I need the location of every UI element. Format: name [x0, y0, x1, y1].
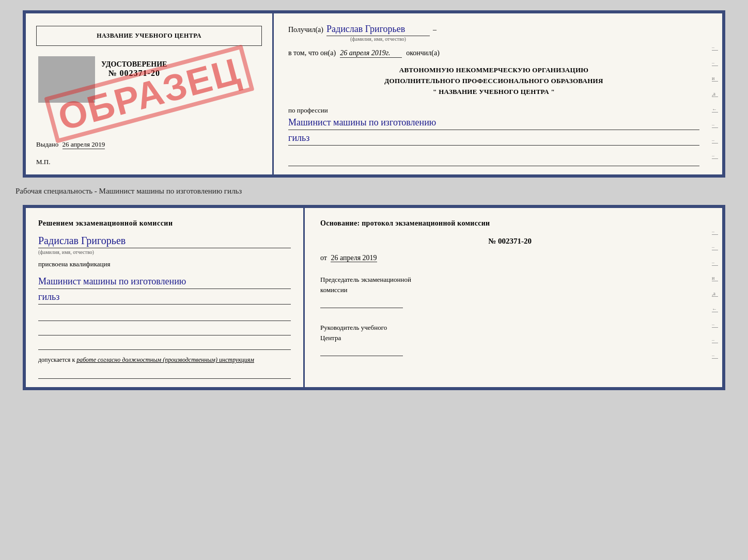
- cert-number: № 002371-20: [108, 69, 160, 78]
- bottom-blank-2: [38, 326, 291, 335]
- blank-line-1: [288, 157, 699, 166]
- bottom-blank-4: [38, 370, 291, 379]
- dash: –: [433, 26, 437, 34]
- protocol-number: № 002371-20: [320, 237, 699, 246]
- margin-mark-2: –: [712, 60, 718, 66]
- org-line1: АВТОНОМНУЮ НЕКОММЕРЧЕСКУЮ ОРГАНИЗАЦИЮ: [288, 65, 699, 76]
- issued-label: Выдано: [36, 140, 58, 148]
- admission-text-block: допускается к работе согласно должностны…: [38, 355, 291, 364]
- mp-line: М.П.: [36, 158, 262, 166]
- bm-9: –: [712, 353, 718, 359]
- director-label: Руководитель учебного Центра: [320, 323, 699, 356]
- qual-line1: Машинист машины по изготовлению: [38, 275, 291, 289]
- margin-mark-1: –: [712, 44, 718, 51]
- school-name-text: НАЗВАНИЕ УЧЕБНОГО ЦЕНТРА: [97, 32, 201, 39]
- bottom-right-margin: – – – и ,а ← – – –: [712, 208, 722, 387]
- qual-line2: гильз: [38, 290, 291, 305]
- date-prefix-bottom: от: [320, 254, 327, 262]
- margin-mark-5: ←: [712, 106, 718, 113]
- top-doc-left: НАЗВАНИЕ УЧЕБНОГО ЦЕНТРА УДОСТОВЕРЕНИЕ №…: [26, 13, 274, 174]
- top-doc-right-wrapper: Получил(а) Радислав Григорьев (фамилия, …: [274, 13, 722, 174]
- date-prefix: в том, что он(а): [288, 49, 336, 57]
- basis-title: Основание: протокол экзаменационной коми…: [320, 219, 699, 228]
- received-line: Получил(а) Радислав Григорьев (фамилия, …: [288, 24, 699, 42]
- date-value: 26 апреля 2019г.: [340, 49, 402, 58]
- specialty-label: Рабочая специальность - Машинист машины …: [10, 187, 242, 196]
- received-prefix: Получил(а): [288, 26, 323, 34]
- photo-placeholder: [38, 56, 95, 103]
- org-line3: " НАЗВАНИЕ УЧЕБНОГО ЦЕНТРА ": [288, 87, 699, 98]
- org-block: АВТОНОМНУЮ НЕКОММЕРЧЕСКУЮ ОРГАНИЗАЦИЮ ДО…: [288, 65, 699, 97]
- top-doc-right: Получил(а) Радислав Григорьев (фамилия, …: [274, 13, 712, 174]
- chairman-signature: [320, 297, 403, 308]
- bm-7: –: [712, 322, 718, 328]
- fio-caption-bottom: (фамилия, имя, отчество): [38, 249, 291, 255]
- cert-title: УДОСТОВЕРЕНИЕ: [101, 60, 167, 69]
- date-value-bottom: 26 апреля 2019: [331, 254, 377, 262]
- received-name: Радислав Григорьев: [326, 24, 430, 36]
- bm-1: –: [712, 229, 718, 235]
- issued-line: Выдано 26 апреля 2019: [36, 140, 262, 149]
- assigned-qual-label: присвоена квалификация: [38, 260, 291, 268]
- bm-5: ,а: [712, 291, 718, 297]
- issued-date: 26 апреля 2019: [63, 140, 105, 149]
- org-line2: ДОПОЛНИТЕЛЬНОГО ПРОФЕССИОНАЛЬНОГО ОБРАЗО…: [288, 76, 699, 87]
- profession-handwritten2: гильз: [288, 131, 699, 146]
- profession-block: по профессии Машинист машины по изготовл…: [288, 104, 699, 146]
- margin-mark-8: –: [712, 153, 718, 159]
- bm-2: –: [712, 244, 718, 250]
- bm-6: ←: [712, 306, 718, 312]
- bottom-blank-3: [38, 341, 291, 350]
- fio-caption-top: (фамилия, имя, отчество): [350, 36, 406, 42]
- right-margin-lines: – – и ,а ← – – –: [712, 13, 722, 174]
- chairman-line1: Председатель экзаменационной: [320, 275, 699, 285]
- margin-mark-6: –: [712, 122, 718, 128]
- top-document: НАЗВАНИЕ УЧЕБНОГО ЦЕНТРА УДОСТОВЕРЕНИЕ №…: [23, 10, 725, 178]
- bottom-document: Решением экзаменационной комиссии Радисл…: [23, 205, 725, 390]
- bottom-blank-1: [38, 312, 291, 321]
- director-line1: Руководитель учебного: [320, 323, 699, 333]
- margin-mark-7: –: [712, 137, 718, 143]
- margin-mark-3: и: [712, 75, 718, 82]
- bottom-doc-left: Решением экзаменационной комиссии Радисл…: [26, 208, 305, 387]
- director-line2: Центра: [320, 333, 699, 343]
- chairman-label: Председатель экзаменационной комиссии: [320, 275, 699, 308]
- admission-italic: работе согласно должностным (производств…: [76, 356, 254, 363]
- bottom-right-wrapper: Основание: протокол экзаменационной коми…: [305, 208, 722, 387]
- admission-prefix: допускается к: [38, 356, 75, 363]
- school-name-box: НАЗВАНИЕ УЧЕБНОГО ЦЕНТРА: [36, 26, 262, 46]
- bottom-doc-right: Основание: протокол экзаменационной коми…: [305, 208, 712, 387]
- protocol-date: от 26 апреля 2019: [320, 254, 699, 262]
- bm-8: –: [712, 337, 718, 343]
- profession-handwritten1: Машинист машины по изготовлению: [288, 116, 699, 130]
- qual-block: Машинист машины по изготовлению гильз: [38, 274, 291, 305]
- director-signature: [320, 345, 403, 356]
- margin-mark-4: ,а: [712, 91, 718, 97]
- decision-title: Решением экзаменационной комиссии: [38, 219, 291, 228]
- bm-3: –: [712, 260, 718, 266]
- profession-label: по профессии: [288, 106, 699, 115]
- finished-label: окончил(а): [406, 49, 440, 57]
- bottom-person-name: Радислав Григорьев: [38, 235, 291, 248]
- chairman-line2: комиссии: [320, 285, 699, 295]
- bm-4: и: [712, 275, 718, 281]
- date-line: в том, что он(а) 26 апреля 2019г. окончи…: [288, 49, 699, 58]
